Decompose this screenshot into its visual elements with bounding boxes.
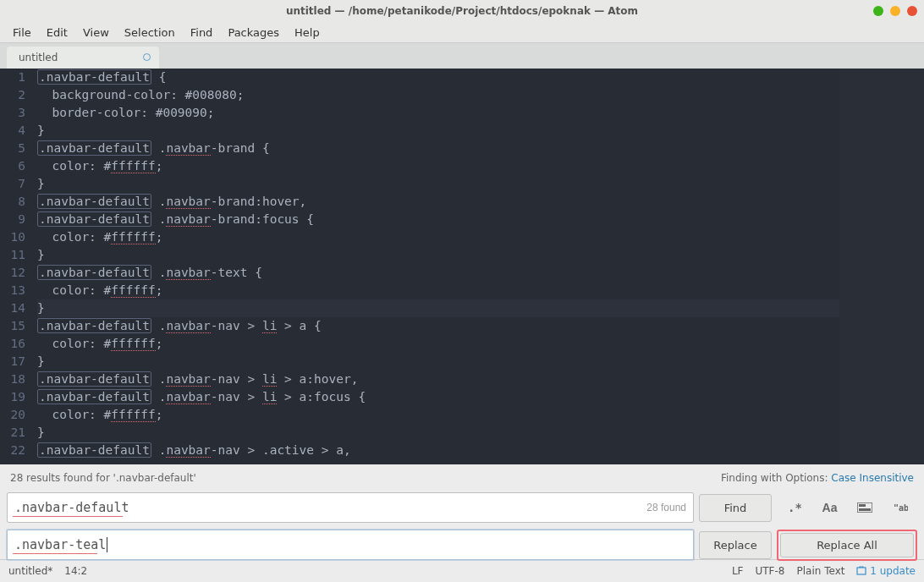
find-options: .* Aa "ab" xyxy=(777,492,917,523)
menu-find[interactable]: Find xyxy=(183,24,221,41)
replace-all-button[interactable]: Replace All xyxy=(780,533,914,557)
search-match: .navbar-default xyxy=(37,140,151,156)
spellcheck-underline-icon xyxy=(13,553,97,554)
code-line[interactable]: .navbar-default .navbar-nav > li > a { xyxy=(37,317,839,335)
find-options-text: Finding with Options: Case Insensitive xyxy=(721,472,914,484)
code-line[interactable]: .navbar-default .navbar-text { xyxy=(37,264,839,282)
svg-rect-1 xyxy=(859,504,866,507)
menu-file[interactable]: File xyxy=(5,24,39,41)
search-match: .navbar-default xyxy=(37,211,151,227)
replace-all-callout: Replace All xyxy=(777,530,917,561)
status-grammar[interactable]: Plain Text xyxy=(796,565,844,577)
status-update[interactable]: 1 update xyxy=(856,565,916,577)
search-match: .navbar-default xyxy=(37,318,151,333)
statusbar: untitled* 14:2 LF UTF-8 Plain Text 1 upd… xyxy=(0,559,924,582)
replace-button[interactable]: Replace xyxy=(699,531,772,559)
find-status: 28 results found for '.navbar-default' F… xyxy=(7,470,917,486)
code-line[interactable]: color: #ffffff; xyxy=(37,335,839,353)
find-button[interactable]: Find xyxy=(699,494,772,522)
search-match: .navbar-default xyxy=(37,389,151,404)
editor[interactable]: 12345678910111213141516171819202122 .nav… xyxy=(0,69,924,464)
window-title: untitled — /home/petanikode/Project/htdo… xyxy=(286,5,638,17)
code-line[interactable]: .navbar-default { xyxy=(37,69,839,86)
titlebar: untitled — /home/petanikode/Project/htdo… xyxy=(0,0,924,22)
tabbar: untitled xyxy=(0,43,924,69)
search-match: .navbar-default xyxy=(37,442,151,458)
close-icon[interactable] xyxy=(907,6,917,16)
menu-selection[interactable]: Selection xyxy=(117,24,183,41)
find-replace-panel: 28 results found for '.navbar-default' F… xyxy=(0,464,924,559)
code-line[interactable]: } xyxy=(37,122,839,140)
code-line[interactable]: border-color: #009090; xyxy=(37,104,839,122)
code-line[interactable]: } xyxy=(37,175,839,193)
code-line[interactable]: background-color: #008080; xyxy=(37,86,839,104)
tab-untitled[interactable]: untitled xyxy=(7,47,159,69)
status-enc[interactable]: UTF-8 xyxy=(756,565,785,577)
code-line[interactable]: color: #ffffff; xyxy=(37,406,839,424)
menu-packages[interactable]: Packages xyxy=(220,24,287,41)
svg-text:"ab": "ab" xyxy=(894,503,908,513)
search-value: .navbar-default xyxy=(14,500,129,515)
results-count: 28 results found for '.navbar-default' xyxy=(10,472,196,484)
svg-rect-0 xyxy=(857,502,872,513)
code-line[interactable]: color: #ffffff; xyxy=(37,157,839,175)
code-line[interactable]: .navbar-default .navbar-brand:hover, xyxy=(37,193,839,211)
search-match: .navbar-default xyxy=(37,371,151,387)
code-line[interactable]: } xyxy=(37,353,839,371)
search-count: 28 found xyxy=(646,502,686,513)
search-input[interactable]: .navbar-default 28 found xyxy=(7,492,694,523)
search-match: .navbar-default xyxy=(37,69,151,85)
svg-rect-2 xyxy=(859,508,871,511)
maximize-icon[interactable] xyxy=(890,6,900,16)
menubar: FileEditViewSelectionFindPackagesHelp xyxy=(0,22,924,43)
replace-value: .navbar-teal xyxy=(14,537,106,552)
code-line[interactable]: color: #ffffff; xyxy=(37,282,839,299)
menu-edit[interactable]: Edit xyxy=(39,24,75,41)
code-area[interactable]: .navbar-default { background-color: #008… xyxy=(32,69,839,464)
menu-help[interactable]: Help xyxy=(287,24,327,41)
tab-label: untitled xyxy=(19,52,58,63)
code-line[interactable]: color: #ffffff; xyxy=(37,228,839,246)
menu-view[interactable]: View xyxy=(75,24,117,41)
code-line[interactable]: .navbar-default .navbar-nav > li > a:foc… xyxy=(37,388,839,406)
code-line[interactable]: } xyxy=(37,424,839,442)
spellcheck-underline-icon xyxy=(13,516,123,517)
selection-icon[interactable] xyxy=(850,495,879,520)
code-line[interactable]: .navbar-default .navbar-nav > li > a:hov… xyxy=(37,371,839,388)
text-cursor-icon xyxy=(107,537,107,552)
code-line[interactable]: } xyxy=(37,299,839,317)
code-line[interactable]: .navbar-default .navbar-brand:focus { xyxy=(37,211,839,228)
status-pos[interactable]: 14:2 xyxy=(64,565,87,577)
minimap[interactable] xyxy=(839,69,924,464)
status-file[interactable]: untitled* xyxy=(8,565,52,577)
update-icon xyxy=(856,566,866,576)
svg-rect-4 xyxy=(857,568,866,574)
minimize-icon[interactable] xyxy=(873,6,883,16)
code-line[interactable]: .navbar-default .navbar-brand { xyxy=(37,140,839,157)
case-icon[interactable]: Aa xyxy=(815,495,844,520)
regex-icon[interactable]: .* xyxy=(780,495,810,520)
replace-input[interactable]: .navbar-teal xyxy=(7,530,694,560)
code-line[interactable]: .navbar-default .navbar-nav > .active > … xyxy=(37,442,839,459)
window-controls xyxy=(873,6,917,16)
search-match: .navbar-default xyxy=(37,265,151,280)
code-line[interactable]: } xyxy=(37,246,839,264)
status-eol[interactable]: LF xyxy=(732,565,744,577)
whole-word-icon[interactable]: "ab" xyxy=(884,495,914,520)
search-match: .navbar-default xyxy=(37,194,151,209)
gutter: 12345678910111213141516171819202122 xyxy=(0,69,32,464)
modified-indicator-icon xyxy=(143,53,151,61)
